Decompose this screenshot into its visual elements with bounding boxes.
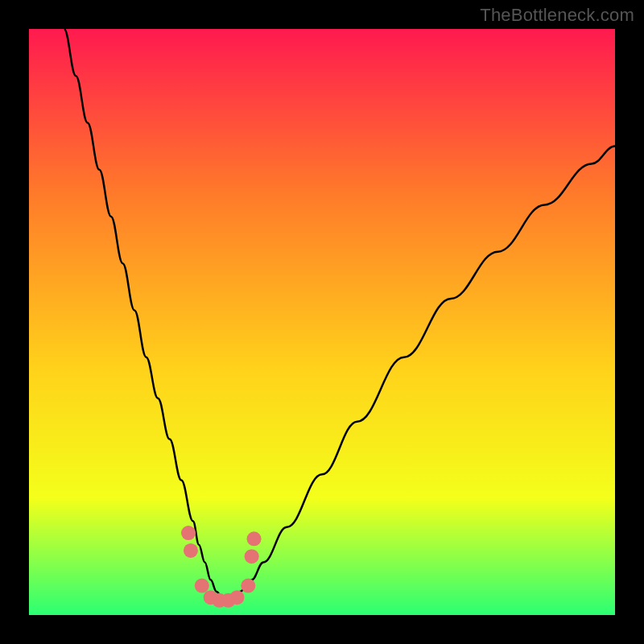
chart-root: { "watermark": "TheBottleneck.com", "col… (0, 0, 644, 644)
chart-canvas (0, 0, 644, 644)
curve-marker (229, 590, 244, 605)
curve-marker (181, 526, 196, 540)
plot-background (29, 29, 615, 615)
curve-marker (247, 531, 262, 546)
curve-marker (245, 549, 259, 564)
curve-marker (195, 579, 209, 593)
curve-marker (184, 543, 198, 558)
curve-marker (241, 579, 255, 593)
